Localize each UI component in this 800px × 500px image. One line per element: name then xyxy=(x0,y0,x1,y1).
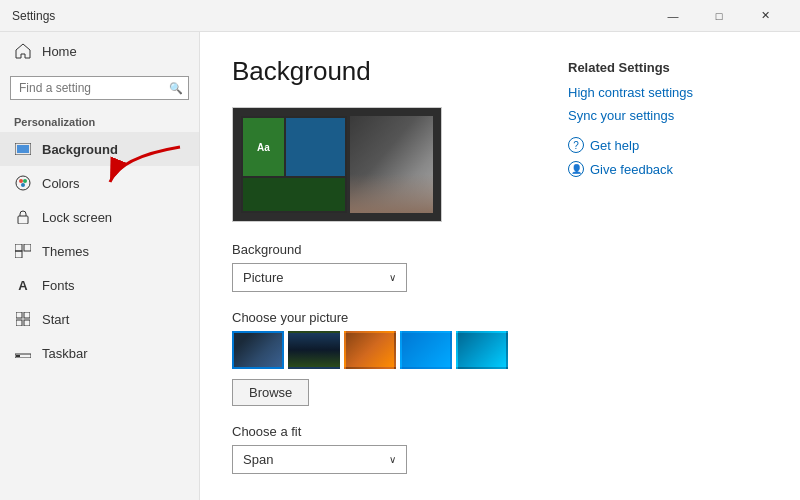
title-bar-controls: — □ ✕ xyxy=(650,0,788,32)
thumbnail-2[interactable] xyxy=(288,331,340,369)
sidebar-section-label: Personalization xyxy=(0,106,199,132)
sidebar-item-lockscreen-label: Lock screen xyxy=(42,210,112,225)
chevron-down-icon: ∨ xyxy=(389,272,396,283)
related-settings-title: Related Settings xyxy=(568,60,768,75)
svg-rect-9 xyxy=(15,251,22,258)
sidebar: Home 🔍 Personalization Background xyxy=(0,32,200,500)
preview-monitors: Aa xyxy=(241,116,433,213)
svg-point-5 xyxy=(21,183,25,187)
thumbnail-4[interactable] xyxy=(400,331,452,369)
sidebar-item-themes[interactable]: Themes xyxy=(0,234,199,268)
choose-fit-label: Choose a fit xyxy=(232,424,528,439)
lock-icon xyxy=(14,208,32,226)
search-box[interactable]: 🔍 xyxy=(10,76,189,100)
svg-rect-8 xyxy=(24,244,31,251)
background-dropdown[interactable]: Picture ∨ xyxy=(232,263,407,292)
page-title: Background xyxy=(232,56,528,87)
svg-rect-6 xyxy=(18,216,28,224)
start-icon xyxy=(14,310,32,328)
person-icon: 👤 xyxy=(568,161,584,177)
give-feedback-label: Give feedback xyxy=(590,162,673,177)
sidebar-item-colors-label: Colors xyxy=(42,176,80,191)
fit-chevron-down-icon: ∨ xyxy=(389,454,396,465)
main-content: Background Aa xyxy=(200,32,800,500)
background-dropdown-value: Picture xyxy=(243,270,283,285)
give-feedback-action[interactable]: 👤 Give feedback xyxy=(568,161,768,177)
svg-rect-7 xyxy=(15,244,22,251)
minimize-button[interactable]: — xyxy=(650,0,696,32)
fit-dropdown[interactable]: Span ∨ xyxy=(232,445,407,474)
related-settings-panel: Related Settings High contrast settings … xyxy=(568,56,768,476)
picture-thumbnails xyxy=(232,331,528,369)
svg-rect-12 xyxy=(16,320,22,326)
taskbar-icon xyxy=(14,344,32,362)
sidebar-item-start[interactable]: Start xyxy=(0,302,199,336)
sidebar-item-background[interactable]: Background xyxy=(0,132,199,166)
home-icon xyxy=(14,42,32,60)
desk-area xyxy=(350,174,433,213)
sync-settings-link[interactable]: Sync your settings xyxy=(568,108,768,123)
sidebar-item-home[interactable]: Home xyxy=(0,32,199,70)
question-mark-icon: ? xyxy=(568,137,584,153)
colors-icon xyxy=(14,174,32,192)
thumbnail-3[interactable] xyxy=(344,331,396,369)
thumbnail-1[interactable] xyxy=(232,331,284,369)
get-help-action[interactable]: ? Get help xyxy=(568,137,768,153)
background-label: Background xyxy=(232,242,528,257)
sidebar-item-taskbar-label: Taskbar xyxy=(42,346,88,361)
svg-point-3 xyxy=(19,179,23,183)
monitor-letter: Aa xyxy=(257,142,270,153)
svg-rect-15 xyxy=(16,355,20,357)
maximize-button[interactable]: □ xyxy=(696,0,742,32)
home-label: Home xyxy=(42,44,77,59)
get-help-label: Get help xyxy=(590,138,639,153)
search-icon: 🔍 xyxy=(169,82,183,95)
sidebar-item-themes-label: Themes xyxy=(42,244,89,259)
sidebar-item-fonts-label: Fonts xyxy=(42,278,75,293)
svg-rect-13 xyxy=(24,320,30,326)
browse-button[interactable]: Browse xyxy=(232,379,309,406)
sidebar-item-taskbar[interactable]: Taskbar xyxy=(0,336,199,370)
sidebar-item-lockscreen[interactable]: Lock screen xyxy=(0,200,199,234)
title-bar: Settings — □ ✕ xyxy=(0,0,800,32)
themes-icon xyxy=(14,242,32,260)
sidebar-item-colors[interactable]: Colors xyxy=(0,166,199,200)
fonts-icon: A xyxy=(14,276,32,294)
svg-rect-1 xyxy=(17,145,29,153)
background-preview: Aa xyxy=(232,107,442,222)
high-contrast-link[interactable]: High contrast settings xyxy=(568,85,768,100)
monitor-left: Aa xyxy=(241,116,347,213)
svg-point-4 xyxy=(23,179,27,183)
sidebar-item-start-label: Start xyxy=(42,312,69,327)
thumbnail-5[interactable] xyxy=(456,331,508,369)
sidebar-item-background-label: Background xyxy=(42,142,118,157)
monitor-right xyxy=(350,116,433,213)
background-icon xyxy=(14,140,32,158)
search-input[interactable] xyxy=(19,81,169,95)
choose-picture-label: Choose your picture xyxy=(232,310,528,325)
title-bar-title: Settings xyxy=(12,9,650,23)
svg-rect-11 xyxy=(24,312,30,318)
close-button[interactable]: ✕ xyxy=(742,0,788,32)
content-main: Background Aa xyxy=(232,56,528,476)
sidebar-item-fonts[interactable]: A Fonts xyxy=(0,268,199,302)
fit-dropdown-value: Span xyxy=(243,452,273,467)
app-body: Home 🔍 Personalization Background xyxy=(0,32,800,500)
svg-rect-10 xyxy=(16,312,22,318)
